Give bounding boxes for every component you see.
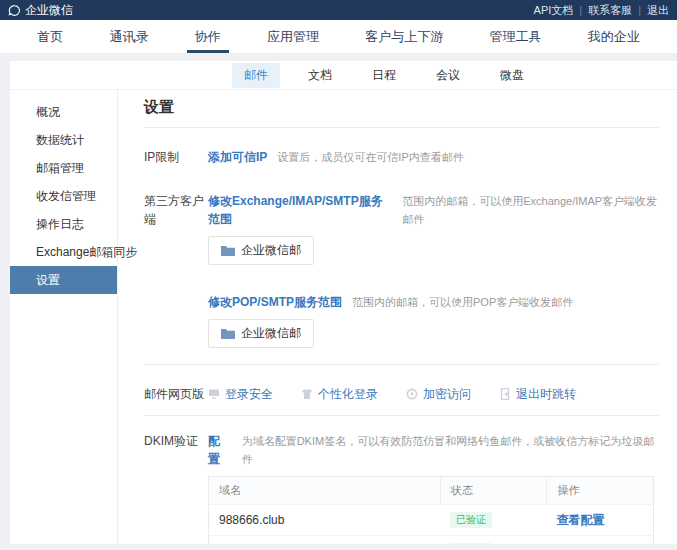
chat-bubble-icon <box>8 4 21 17</box>
sidebar-item-settings[interactable]: 设置 <box>10 266 117 294</box>
login-security-label: 登录安全 <box>225 385 273 403</box>
view-config-link[interactable]: 查看配置 <box>556 544 604 545</box>
modify-exchange-imap-smtp-link[interactable]: 修改Exchange/IMAP/SMTP服务范围 <box>208 192 392 228</box>
section-ip-restriction: IP限制 添加可信IP 设置后，成员仅可在可信IP内查看邮件 <box>144 148 659 166</box>
dkim-table: 域名 状态 操作 988666.club 已验证 查看配置 <box>208 476 654 544</box>
separator: | <box>638 4 641 16</box>
brand-name: 企业微信 <box>25 2 73 19</box>
nav-tab-home[interactable]: 首页 <box>25 20 75 53</box>
topbar-link-api-docs[interactable]: API文档 <box>534 3 574 18</box>
main-nav: 首页 通讯录 协作 应用管理 客户与上下游 管理工具 我的企业 <box>0 20 677 53</box>
exchange-scope-tag-label: 企业微信邮 <box>241 242 301 259</box>
add-trusted-ip-link[interactable]: 添加可信IP <box>208 148 267 166</box>
sidebar: 概况 数据统计 邮箱管理 收发信管理 操作日志 Exchange邮箱同步 设置 <box>10 90 118 544</box>
table-row: 988666.club 已验证 查看配置 <box>209 504 653 535</box>
content-card: 邮件 文档 日程 会议 微盘 概况 数据统计 邮箱管理 收发信管理 操作日志 E… <box>10 61 677 544</box>
topbar: 企业微信 API文档 | 联系客服 | 退出 <box>0 0 677 20</box>
nav-tab-app-management[interactable]: 应用管理 <box>255 20 331 53</box>
subtab-docs[interactable]: 文档 <box>296 63 344 88</box>
lock-icon <box>406 388 418 400</box>
exchange-scope-tag[interactable]: 企业微信邮 <box>208 236 314 265</box>
divider <box>144 415 659 416</box>
separator: | <box>579 4 582 16</box>
topbar-link-logout[interactable]: 退出 <box>647 3 669 18</box>
folder-icon <box>221 328 235 339</box>
nav-tab-contacts[interactable]: 通讯录 <box>97 20 160 53</box>
dkim-table-header: 域名 状态 操作 <box>209 477 653 504</box>
ip-restriction-desc: 设置后，成员仅可在可信IP内查看邮件 <box>277 148 463 166</box>
section-label: DKIM验证 <box>144 432 208 450</box>
sidebar-item-overview[interactable]: 概况 <box>10 98 117 126</box>
sidebar-item-operation-logs[interactable]: 操作日志 <box>10 210 117 238</box>
card-body: 概况 数据统计 邮箱管理 收发信管理 操作日志 Exchange邮箱同步 设置 … <box>10 90 677 544</box>
section-webmail: 邮件网页版 登录安全 个性化登录 <box>144 385 659 403</box>
exchange-scope-desc: 范围内的邮箱，可以使用Exchange/IMAP客户端收发邮件 <box>402 192 659 228</box>
status-badge: 验证中 <box>450 543 492 544</box>
login-security-link[interactable]: 登录安全 <box>208 385 273 403</box>
dkim-configure-link[interactable]: 配置 <box>208 432 232 468</box>
view-config-link[interactable]: 查看配置 <box>556 513 604 527</box>
domain-cell: 988666.club <box>209 513 440 527</box>
nav-tab-my-company[interactable]: 我的企业 <box>576 20 652 53</box>
column-header-action: 操作 <box>546 477 653 504</box>
logout-icon <box>499 388 511 400</box>
nav-tab-collaboration[interactable]: 协作 <box>183 20 233 53</box>
personalized-login-link[interactable]: 个性化登录 <box>301 385 378 403</box>
section-dkim: DKIM验证 配置 为域名配置DKIM签名，可以有效防范仿冒和网络钓鱼邮件，或被… <box>144 432 659 544</box>
dkim-desc: 为域名配置DKIM签名，可以有效防范仿冒和网络钓鱼邮件，或被收信方标记为垃圾邮件 <box>242 432 659 468</box>
topbar-link-contact-support[interactable]: 联系客服 <box>588 3 632 18</box>
logout-redirect-link[interactable]: 退出时跳转 <box>499 385 576 403</box>
tshirt-icon <box>301 388 313 400</box>
divider <box>144 364 659 365</box>
monitor-icon <box>208 388 220 400</box>
sidebar-item-send-receive-management[interactable]: 收发信管理 <box>10 182 117 210</box>
section-label: IP限制 <box>144 148 208 166</box>
encrypted-access-label: 加密访问 <box>423 385 471 403</box>
section-label: 第三方客户端 <box>144 192 208 228</box>
pop-scope-tag[interactable]: 企业微信邮 <box>208 319 314 348</box>
brand: 企业微信 <box>8 2 73 19</box>
status-badge: 已验证 <box>450 512 492 528</box>
sidebar-item-mailbox-management[interactable]: 邮箱管理 <box>10 154 117 182</box>
encrypted-access-link[interactable]: 加密访问 <box>406 385 471 403</box>
sidebar-item-statistics[interactable]: 数据统计 <box>10 126 117 154</box>
section-thirdparty-clients: 第三方客户端 修改Exchange/IMAP/SMTP服务范围 范围内的邮箱，可… <box>144 192 659 348</box>
sidebar-item-exchange-sync[interactable]: Exchange邮箱同步 <box>10 238 117 266</box>
column-header-status: 状态 <box>440 477 547 504</box>
page-title: 设置 <box>144 98 659 117</box>
topbar-links: API文档 | 联系客服 | 退出 <box>534 3 669 18</box>
pop-scope-tag-label: 企业微信邮 <box>241 325 301 342</box>
divider <box>144 127 659 128</box>
subtab-calendar[interactable]: 日程 <box>360 63 408 88</box>
nav-tab-admin-tools[interactable]: 管理工具 <box>478 20 554 53</box>
section-label: 邮件网页版 <box>144 385 208 403</box>
pop-scope-desc: 范围内的邮箱，可以使用POP客户端收发邮件 <box>352 293 573 311</box>
nav-tab-customers[interactable]: 客户与上下游 <box>353 20 455 53</box>
subtab-mail[interactable]: 邮件 <box>232 63 280 88</box>
subtabs: 邮件 文档 日程 会议 微盘 <box>10 61 677 90</box>
modify-pop-smtp-link[interactable]: 修改POP/SMTP服务范围 <box>208 293 342 311</box>
settings-content: 设置 IP限制 添加可信IP 设置后，成员仅可在可信IP内查看邮件 第三方客户端… <box>118 90 677 544</box>
folder-icon <box>221 245 235 256</box>
subtab-meeting[interactable]: 会议 <box>424 63 472 88</box>
column-header-domain: 域名 <box>209 477 440 504</box>
table-row: sjdhgfdk.com 验证中 查看配置 <box>209 535 653 544</box>
logout-redirect-label: 退出时跳转 <box>516 385 576 403</box>
personalized-login-label: 个性化登录 <box>318 385 378 403</box>
subtab-drive[interactable]: 微盘 <box>488 63 536 88</box>
